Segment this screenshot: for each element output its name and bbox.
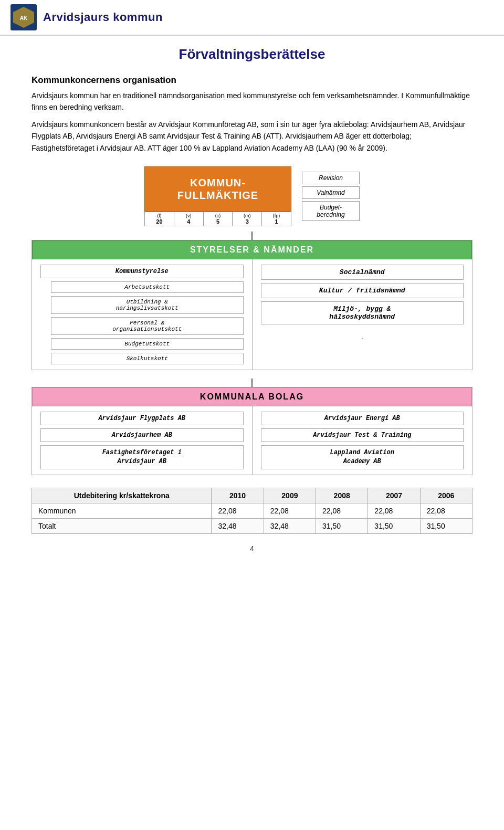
budget-beredning-box: Budget-beredning [302,201,360,221]
sn-right-col: Socialnämnd Kultur / fritidsnämnd Miljö-… [253,259,472,370]
tax-table: Utdebitering kr/skattekrona 2010 2009 20… [32,488,472,534]
row2-2008: 31,50 [316,518,368,533]
kb-left-col: Arvidsjaur Flygplats AB Arvidsjaurhem AB… [32,406,253,475]
member-m: (m) 3 [233,212,262,226]
dot-placeholder: . [261,328,464,345]
row2-label: Totalt [32,518,212,533]
table-header-2007: 2007 [368,488,420,503]
side-boxes: Revision Valnämnd Budget-beredning [302,172,360,221]
table-header-2010: 2010 [212,488,264,503]
kb-laa: Lappland AviationAcademy AB [261,445,464,469]
table-header-2009: 2009 [264,488,316,503]
kf-box: KOMMUN-FULLMÄKTIGE [144,166,291,212]
org-logo: AK [10,4,37,30]
row2-2010: 32,48 [212,518,264,533]
main-content: Förvaltningsberättelse Kommunkoncernens … [0,36,504,574]
member-c: (c) 5 [204,212,233,226]
row2-2009: 32,48 [264,518,316,533]
org-chart: KOMMUN-FULLMÄKTIGE (l) 20 (v) 4 (c) 5 [32,166,472,475]
org-name: Arvidsjaurs kommun [43,10,163,24]
row1-2007: 22,08 [368,503,420,518]
kultur-title: Kultur / fritidsnämnd [261,283,464,298]
member-v: (v) 4 [174,212,204,226]
sub-utbildning: Utbildning &näringslivsutskott [51,296,244,314]
row1-label: Kommunen [32,503,212,518]
member-l: (l) 20 [145,212,174,226]
kb-columns: Arvidsjaur Flygplats AB Arvidsjaurhem AB… [32,406,472,475]
page-title: Förvaltningsberättelse [32,46,472,62]
kb-header: KOMMUNALA BOLAG [32,387,472,406]
budget-beredning-label: Budget-beredning [317,204,344,218]
kommunstyrelse-title: Kommunstyrelse [40,265,244,278]
kb-arvidsjaurhem: Arvidsjaurhem AB [40,428,244,442]
row1-2008: 22,08 [316,503,368,518]
kf-label: KOMMUN-FULLMÄKTIGE [177,176,258,202]
row1-2009: 22,08 [264,503,316,518]
table-header-2006: 2006 [420,488,472,503]
kb-right-col: Arvidsjaur Energi AB Arvidsjaur Test & T… [253,406,472,475]
page-header: AK Arvidsjaurs kommun [0,0,504,36]
kb-flygplats: Arvidsjaur Flygplats AB [40,412,244,425]
miljo-title: Miljö-, bygg &hälsoskyddsnämnd [261,301,464,324]
row2-2007: 31,50 [368,518,420,533]
member-fp: (fp) 1 [262,212,291,226]
connector-top [32,232,472,240]
page-number: 4 [32,544,472,553]
connector-mid [32,379,472,387]
row1-2006: 22,08 [420,503,472,518]
row1-2010: 22,08 [212,503,264,518]
kb-test-training: Arvidsjaur Test & Training [261,428,464,442]
sn-header: STYRELSER & NÄMNDER [32,240,472,259]
revision-box: Revision [302,172,360,184]
valnamnden-box: Valnämnd [302,186,360,199]
top-row: KOMMUN-FULLMÄKTIGE (l) 20 (v) 4 (c) 5 [32,166,472,226]
svg-text:AK: AK [20,15,28,21]
section-heading: Kommunkoncernens organisation [32,75,472,86]
table-header-2008: 2008 [316,488,368,503]
intro-para-1: Arvidsjaurs kommun har en traditionell n… [32,90,472,113]
sub-budget: Budgetutskott [51,338,244,350]
sn-columns: Kommunstyrelse Arbetsutskott Utbildning … [32,259,472,370]
socialnamnden-title: Socialnämnd [261,265,464,280]
sub-arbetsutskott: Arbetsutskott [51,281,244,293]
kb-section: KOMMUNALA BOLAG Arvidsjaur Flygplats AB … [32,387,472,475]
sn-left-col: Kommunstyrelse Arbetsutskott Utbildning … [32,259,253,370]
intro-para-2: Arvidsjaurs kommunkoncern består av Arvi… [32,119,472,154]
kb-fastighets: Fastighetsföretaget iArvidsjaur AB [40,445,244,469]
kb-energi: Arvidsjaur Energi AB [261,412,464,425]
table-row: Kommunen 22,08 22,08 22,08 22,08 22,08 [32,503,472,518]
row2-2006: 31,50 [420,518,472,533]
member-row: (l) 20 (v) 4 (c) 5 (m) 3 [144,212,291,226]
table-header-label: Utdebitering kr/skattekrona [32,488,212,503]
sub-personal: Personal &organisationsutskott [51,317,244,335]
table-row: Totalt 32,48 32,48 31,50 31,50 31,50 [32,518,472,533]
sub-skol: Skolkutskott [51,353,244,364]
sn-section: STYRELSER & NÄMNDER Kommunstyrelse Arbet… [32,240,472,370]
